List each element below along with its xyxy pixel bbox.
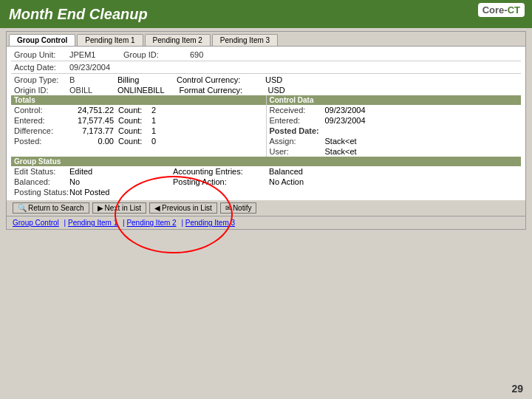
tab-pending-item-3[interactable]: Pending Item 3 [212,34,278,46]
tab-bar: Group Control Pending Item 1 Pending Ite… [7,32,525,47]
posting-status-label: Posting Status: [14,188,69,197]
balanced-label: Balanced: [14,177,69,186]
edit-status-value: Edited [69,167,129,176]
entered-count-label: Count: [118,116,151,125]
edit-status-row: Edit Status: Edited Accounting Entries: … [11,166,521,177]
difference-count-label: Count: [118,126,151,135]
acctg-date-value: 09/23/2004 [69,63,117,72]
assign-row: Assign: Stack<et [267,136,522,146]
entered-date-label: Entered: [270,116,325,125]
assign-label: Assign: [270,137,325,146]
previous-in-list-label: Previous in List [162,204,212,212]
main-panel: Group Control Pending Item 1 Pending Ite… [6,31,526,230]
balanced-value: No [69,177,129,186]
search-icon: 🔍 [18,204,27,212]
balanced-row: Balanced: No Posting Action: No Action [11,177,521,187]
page-number: 29 [511,383,523,395]
notify-button[interactable]: ✉ Notify [220,202,257,214]
totals-header: Totals [11,95,266,105]
tab-pending-item-2[interactable]: Pending Item 2 [145,34,211,46]
format-currency-label: Format Currency: [180,86,268,95]
control-total-row: Control: 24,751.22 Count: 2 [11,105,266,115]
logo: Core-CT [478,3,525,17]
posted-total-value: 0.00 [69,137,114,146]
group-unit-value: JPEM1 [69,50,117,59]
previous-in-list-button[interactable]: ◀ Previous in List [149,202,217,214]
next-in-list-label: Next in List [105,204,141,212]
return-to-search-button[interactable]: 🔍 Return to Search [13,202,89,214]
control-data-section: Control Data Received: 09/23/2004 Entere… [267,95,522,157]
tab-group-control[interactable]: Group Control [9,34,75,46]
posted-total-row: Posted: 0.00 Count: 0 [11,136,266,146]
tab-pending-item-1[interactable]: Pending Item 1 [77,34,143,46]
accounting-entries-label: Accounting Entries: [173,167,269,176]
group-type-label: Group Type: [14,75,69,84]
breadcrumb: Group Control | Pending Item 1 | Pending… [7,216,525,229]
origin-id-row: Origin ID: OBILL ONLINEBILL Format Curre… [11,85,521,95]
user-row: User: Stack<et [267,146,522,157]
difference-count-value: 1 [151,126,156,135]
breadcrumb-group-control[interactable]: Group Control [13,219,59,227]
group-unit-label: Group Unit: [14,50,69,59]
control-total-label: Control: [14,106,69,115]
group-id-value: 690 [190,50,203,59]
notify-label: Notify [233,204,252,212]
edit-status-label: Edit Status: [14,167,69,176]
control-count-value: 2 [151,106,156,115]
header: Month End Cleanup Core-CT [0,0,532,28]
control-count-label: Count: [118,106,151,115]
entered-total-value: 17,577.45 [69,116,114,125]
origin-id-value: OBILL [69,86,117,95]
next-icon: ▶ [98,204,103,212]
origin-id-value2: ONLINEBILL [117,86,165,95]
posted-date-label: Posted Date: [270,126,325,135]
entered-count-value: 1 [151,116,156,125]
posting-status-value: Not Posted [69,188,109,197]
posted-count-value: 0 [151,137,156,146]
control-currency-label: Control Currency: [177,75,265,84]
posting-action-value: No Action [269,177,304,186]
breadcrumb-pending-item-1[interactable]: Pending Item 1 [68,219,117,227]
control-total-value: 24,751.22 [69,106,114,115]
entered-date-row: Entered: 09/23/2004 [267,115,522,126]
control-currency-value: USD [265,75,282,84]
page-title: Month End Cleanup [9,6,148,23]
group-status-header: Group Status [11,157,521,166]
group-id-label: Group ID: [123,50,190,59]
posted-total-label: Posted: [14,137,69,146]
return-to-search-label: Return to Search [28,204,84,212]
group-type-value: B [69,75,117,84]
posting-action-label: Posting Action: [173,177,269,186]
action-bar: 🔍 Return to Search ▶ Next in List ◀ Prev… [7,200,525,216]
entered-total-label: Entered: [14,116,69,125]
breadcrumb-pending-item-2[interactable]: Pending Item 2 [126,219,176,227]
totals-section: Totals Control: 24,751.22 Count: 2 Enter… [11,95,267,157]
group-unit-row: Group Unit: JPEM1 Group ID: 690 [11,50,521,60]
next-in-list-button[interactable]: ▶ Next in List [92,202,146,214]
entered-date-value: 09/23/2004 [325,116,366,125]
entered-total-row: Entered: 17,577.45 Count: 1 [11,115,266,126]
notify-icon: ✉ [225,204,231,212]
group-type-desc: Billing [117,75,162,84]
acctg-date-row: Acctg Date: 09/23/2004 [11,62,521,72]
acctg-date-label: Acctg Date: [14,63,69,72]
breadcrumb-pending-item-3[interactable]: Pending Item 3 [185,219,235,227]
received-row: Received: 09/23/2004 [267,105,522,115]
form-content: Group Unit: JPEM1 Group ID: 690 Acctg Da… [7,47,525,200]
difference-label: Difference: [14,126,69,135]
posting-status-row: Posting Status: Not Posted [11,187,521,197]
two-col-section: Totals Control: 24,751.22 Count: 2 Enter… [11,95,521,157]
user-value: Stack<et [325,147,357,156]
received-label: Received: [270,106,325,115]
accounting-entries-value: Balanced [269,167,303,176]
control-data-header: Control Data [267,95,522,105]
difference-value: 7,173.77 [69,126,114,135]
posted-date-row: Posted Date: [267,126,522,136]
prev-icon: ◀ [154,204,160,212]
posted-count-label: Count: [118,137,151,146]
received-value: 09/23/2004 [325,106,366,115]
user-label: User: [270,147,325,156]
assign-value: Stack<et [325,137,357,146]
origin-id-label: Origin ID: [14,86,69,95]
group-type-row: Group Type: B Billing Control Currency: … [11,75,521,85]
